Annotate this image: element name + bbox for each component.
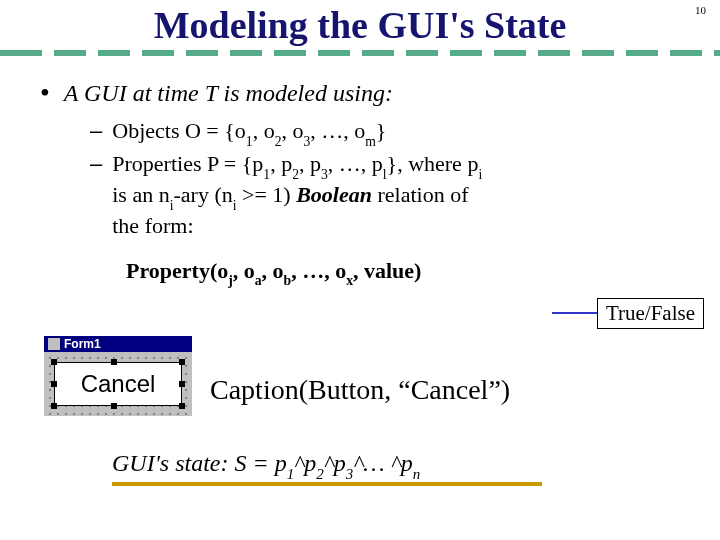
bullet-dot-icon: • [40, 78, 50, 107]
content-area: • A GUI at time T is modeled using: – Ob… [0, 56, 720, 288]
dash-list: – Objects O = {o1, o2, o3, …, om} – Prop… [90, 117, 684, 241]
slide-title: Modeling the GUI's State [0, 0, 720, 46]
underline-rule [112, 482, 542, 486]
selection-handle-icon [111, 403, 117, 409]
cancel-button[interactable]: Cancel [54, 362, 182, 406]
selection-handle-icon [51, 381, 57, 387]
dash-item-objects: – Objects O = {o1, o2, o3, …, om} [90, 117, 684, 148]
selection-handle-icon [51, 403, 57, 409]
form-titlebar: Form1 [44, 336, 192, 352]
selection-handle-icon [179, 403, 185, 409]
selection-handle-icon [51, 359, 57, 365]
dash-item-properties: – Properties P = {p1, p2, p3, …, pl}, wh… [90, 150, 684, 241]
selection-handle-icon [179, 359, 185, 365]
form-title: Form1 [64, 337, 101, 351]
form-app-icon [48, 338, 60, 350]
bullet-1: • A GUI at time T is modeled using: [36, 78, 684, 109]
selection-handle-icon [179, 381, 185, 387]
bullet-text: A GUI at time T is modeled using: [64, 78, 393, 109]
state-definition: GUI's state: S = p1^p2^p3^… ^pn [112, 450, 420, 481]
properties-text: Properties P = {p1, p2, p3, …, pl}, wher… [112, 150, 482, 241]
form-body: Cancel [44, 352, 192, 416]
property-expression: Property(oj, oa, ob, …, ox, value) [126, 257, 421, 288]
dash-mark-icon: – [90, 150, 102, 179]
mock-form-window: Form1 Cancel [44, 336, 192, 418]
true-false-callout: True/False [597, 298, 704, 329]
selection-handle-icon [111, 359, 117, 365]
caption-example: Caption(Button, “Cancel”) [210, 374, 510, 406]
dash-mark-icon: – [90, 117, 102, 146]
objects-text: Objects O = {o1, o2, o3, …, om} [112, 117, 386, 148]
slide-number: 10 [695, 4, 706, 16]
